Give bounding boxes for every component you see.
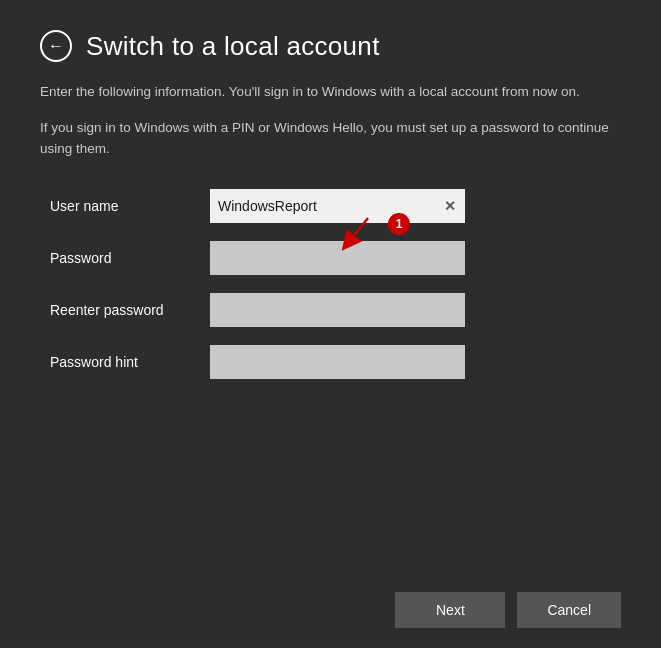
username-label: User name	[50, 198, 210, 214]
reenter-password-row: Reenter password	[50, 293, 621, 327]
cancel-button[interactable]: Cancel	[517, 592, 621, 628]
password-hint-label: Password hint	[50, 354, 210, 370]
form-section: User name ✕ Password Reenter password Pa…	[50, 189, 621, 379]
description-second: If you sign in to Windows with a PIN or …	[40, 118, 621, 159]
password-input-wrapper	[210, 241, 465, 275]
description-first: Enter the following information. You'll …	[40, 82, 621, 102]
back-button[interactable]: ←	[40, 30, 72, 62]
footer-buttons: Next Cancel	[395, 592, 621, 628]
reenter-password-input-wrapper	[210, 293, 465, 327]
reenter-password-label: Reenter password	[50, 302, 210, 318]
password-row: Password	[50, 241, 621, 275]
password-hint-input-wrapper	[210, 345, 465, 379]
password-hint-input[interactable]	[210, 345, 465, 379]
back-arrow-icon: ←	[48, 38, 64, 54]
page-container: ← Switch to a local account Enter the fo…	[0, 0, 661, 648]
username-input[interactable]	[210, 189, 465, 223]
clear-username-button[interactable]: ✕	[441, 197, 459, 215]
page-title: Switch to a local account	[86, 31, 380, 62]
username-input-wrapper: ✕	[210, 189, 465, 223]
password-input[interactable]	[210, 241, 465, 275]
username-row: User name ✕	[50, 189, 621, 223]
password-hint-row: Password hint	[50, 345, 621, 379]
next-button[interactable]: Next	[395, 592, 505, 628]
reenter-password-input[interactable]	[210, 293, 465, 327]
page-header: ← Switch to a local account	[40, 30, 621, 62]
password-label: Password	[50, 250, 210, 266]
